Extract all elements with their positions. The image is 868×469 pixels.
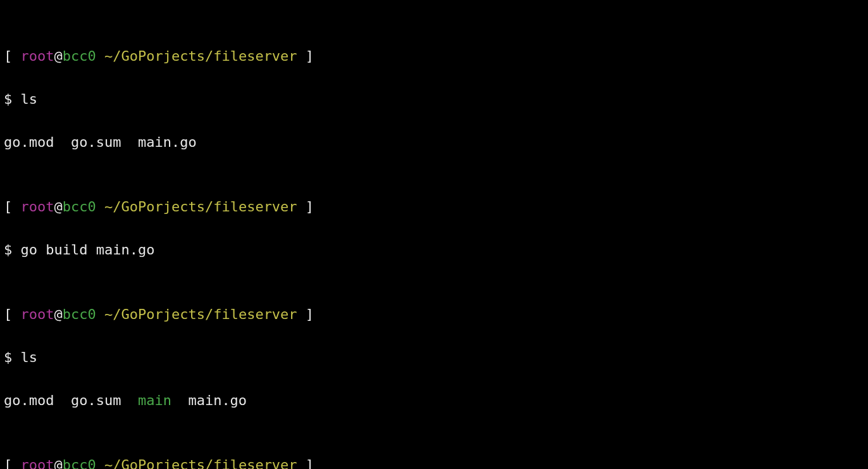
prompt-host: bcc0 (63, 457, 96, 469)
prompt-at: @ (54, 48, 62, 64)
prompt-line: [ root@bcc0 ~/GoPorjects/fileserver ] (4, 304, 864, 325)
command-line: $ go build main.go (4, 239, 864, 261)
prompt-path: ~/GoPorjects/fileserver (104, 457, 297, 469)
bracket-close: ] (297, 199, 314, 215)
prompt-dollar: $ (4, 91, 21, 107)
executable-name: main (138, 392, 171, 408)
prompt-at: @ (54, 457, 62, 469)
prompt-space (96, 457, 104, 469)
prompt-user: root (21, 48, 54, 64)
command-text: ls (21, 349, 38, 365)
command-line: $ ls (4, 347, 864, 368)
prompt-line: [ root@bcc0 ~/GoPorjects/fileserver ] (4, 454, 864, 469)
prompt-dollar: $ (4, 349, 21, 365)
command-text: ls (21, 91, 38, 107)
bracket-close: ] (297, 457, 314, 469)
prompt-line: [ root@bcc0 ~/GoPorjects/fileserver ] (4, 46, 864, 67)
prompt-host: bcc0 (63, 306, 96, 322)
bracket-close: ] (297, 306, 314, 322)
prompt-path: ~/GoPorjects/fileserver (104, 306, 297, 322)
prompt-user: root (21, 306, 54, 322)
prompt-at: @ (54, 306, 62, 322)
output-line: go.mod go.sum main main.go (4, 390, 864, 411)
terminal-output[interactable]: [ root@bcc0 ~/GoPorjects/fileserver ] $ … (0, 0, 868, 469)
command-text: go build main.go (21, 242, 155, 258)
prompt-space (96, 306, 104, 322)
prompt-space (96, 48, 104, 64)
prompt-line: [ root@bcc0 ~/GoPorjects/fileserver ] (4, 196, 864, 218)
command-line: $ ls (4, 89, 864, 110)
prompt-space (96, 199, 104, 215)
bracket-open: [ (4, 306, 21, 322)
bracket-close: ] (297, 48, 314, 64)
output-line: go.mod go.sum main.go (4, 132, 864, 153)
ls-output-suffix: main.go (171, 392, 247, 408)
prompt-user: root (21, 199, 54, 215)
prompt-user: root (21, 457, 54, 469)
bracket-open: [ (4, 457, 21, 469)
bracket-open: [ (4, 48, 21, 64)
prompt-path: ~/GoPorjects/fileserver (104, 48, 297, 64)
prompt-host: bcc0 (63, 199, 96, 215)
prompt-at: @ (54, 199, 62, 215)
prompt-dollar: $ (4, 242, 21, 258)
prompt-host: bcc0 (63, 48, 96, 64)
ls-output-prefix: go.mod go.sum (4, 392, 138, 408)
prompt-path: ~/GoPorjects/fileserver (104, 199, 297, 215)
bracket-open: [ (4, 199, 21, 215)
